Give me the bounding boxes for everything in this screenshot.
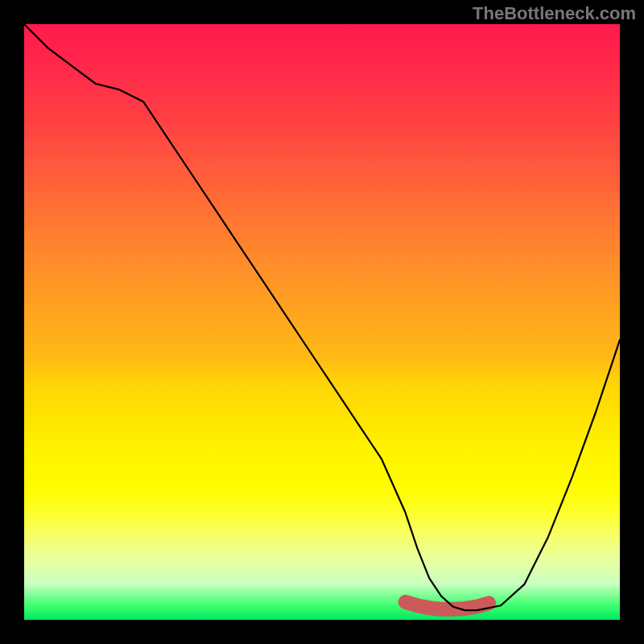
plot-area	[24, 24, 620, 620]
chart-svg	[24, 24, 620, 620]
bottleneck-curve	[24, 24, 620, 610]
watermark-text: TheBottleneck.com	[473, 3, 636, 24]
optimal-zone-highlight	[406, 602, 489, 609]
